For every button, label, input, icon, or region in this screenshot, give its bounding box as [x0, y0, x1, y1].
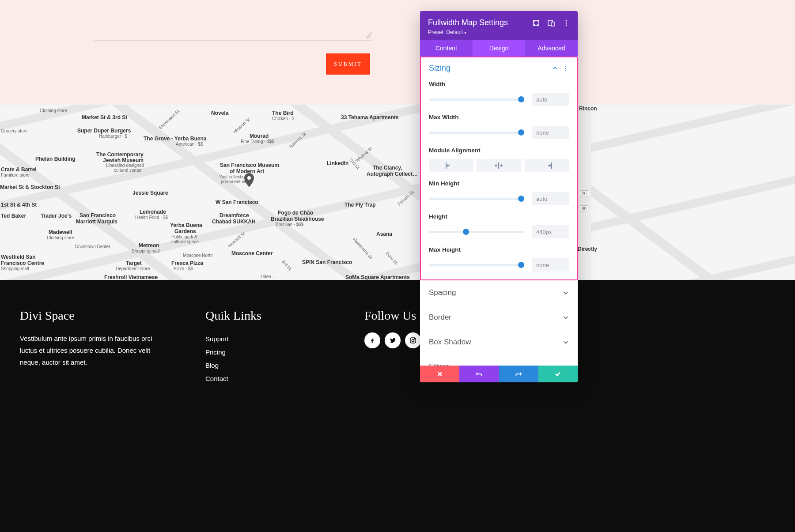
align-left-button[interactable] — [429, 159, 473, 172]
panel-header[interactable]: Fullwidth Map Settings Preset: Default — [420, 11, 578, 40]
facebook-icon[interactable] — [364, 332, 380, 348]
minheight-slider[interactable] — [429, 198, 524, 200]
align-right-button[interactable] — [525, 159, 569, 172]
slider-thumb[interactable] — [463, 229, 469, 235]
slider-thumb[interactable] — [518, 262, 524, 268]
fullwidth-map[interactable]: Clothing store Market St & 3rd St Steven… — [0, 105, 795, 280]
map-label: W San Francisco — [216, 199, 258, 205]
section-title-sizing[interactable]: Sizing — [429, 64, 450, 73]
tab-advanced[interactable]: Advanced — [525, 40, 578, 57]
chevron-up-icon[interactable] — [552, 65, 558, 72]
height-slider[interactable] — [429, 231, 524, 233]
footer-right-edge — [578, 280, 591, 532]
map-label: Market St & 3rd St — [82, 114, 127, 121]
form-band: SUBMIT — [0, 0, 795, 105]
svg-point-21 — [565, 70, 566, 71]
map-label: Pizza · $$ — [174, 266, 193, 271]
map-label: Shopping mall — [132, 249, 159, 253]
kebab-menu-icon[interactable] — [563, 19, 570, 26]
cancel-button[interactable] — [420, 366, 459, 382]
map-label: Uden… — [261, 274, 276, 279]
map-label: Clothing store — [40, 108, 67, 113]
map-label: Moscone Center — [231, 250, 273, 257]
map-label: Furniture store — [1, 173, 30, 177]
map-label: SPIN San Francisco — [302, 259, 352, 265]
minheight-value-input[interactable]: auto — [532, 192, 569, 205]
footer-link-contact[interactable]: Contact — [205, 372, 320, 385]
map-label: The Grove - Yerba Buena — [144, 136, 207, 142]
map-label: Marriott Marquis — [76, 219, 117, 225]
map-label: Westfield San — [1, 254, 35, 260]
map-label: Madewell — [49, 229, 72, 235]
chevron-down-icon — [563, 364, 569, 366]
height-value-input[interactable]: 440px — [532, 225, 569, 238]
expand-icon[interactable] — [533, 19, 540, 26]
footer-link-blog[interactable]: Blog — [205, 359, 320, 372]
maxwidth-value-input[interactable]: none — [532, 126, 569, 139]
kebab-menu-icon[interactable] — [563, 65, 569, 72]
footer-heading-links: Quik Links — [205, 309, 320, 323]
map-label: Moscone North — [183, 253, 213, 258]
svg-point-9 — [247, 176, 251, 180]
maxheight-slider[interactable] — [429, 264, 524, 266]
section-label: Spacing — [429, 288, 456, 297]
responsive-icon[interactable] — [548, 19, 555, 26]
map-label: San Francisco Museum — [220, 162, 279, 168]
twitter-icon[interactable] — [385, 332, 401, 348]
height-label: Height — [429, 213, 569, 220]
map-label: The Fly Trap — [344, 202, 376, 208]
instagram-icon[interactable] — [405, 332, 421, 348]
preset-dropdown[interactable]: Preset: Default — [428, 29, 570, 35]
maxheight-label: Max Height — [429, 246, 569, 253]
border-section[interactable]: Border — [420, 305, 578, 330]
map-label: Chicken · $ — [272, 116, 294, 121]
map-label: San Francisco — [80, 212, 116, 219]
map-label: Downtown Center — [75, 244, 110, 249]
section-label: Box Shadow — [429, 338, 471, 347]
map-right-edge: Rincon 2C 80 Directly — [578, 105, 591, 280]
svg-rect-15 — [551, 22, 554, 26]
resize-handle-icon[interactable] — [365, 34, 371, 41]
chevron-down-icon — [563, 339, 569, 345]
map-label: Dreamforce — [220, 212, 249, 219]
panel-body[interactable]: Sizing Width auto M — [420, 57, 578, 366]
map-label: Francisco Centre — [1, 260, 44, 266]
align-center-button[interactable] — [477, 159, 521, 172]
undo-button[interactable] — [459, 366, 499, 382]
svg-point-18 — [566, 24, 567, 26]
svg-point-19 — [565, 66, 566, 67]
map-label: Freshroll Vietnamese — [104, 274, 158, 280]
save-button[interactable] — [538, 366, 578, 382]
submit-button[interactable]: SUBMIT — [326, 53, 370, 75]
slider-thumb[interactable] — [518, 196, 524, 202]
map-label: Hamburger · $ — [99, 134, 127, 139]
svg-point-12 — [414, 339, 415, 339]
svg-point-11 — [412, 339, 414, 341]
map-label: Directly — [578, 246, 597, 252]
slider-thumb[interactable] — [518, 96, 524, 102]
footer-about-text: Vestibulum ante ipsum primis in faucibus… — [20, 332, 161, 368]
map-label: Metreon — [139, 242, 159, 249]
section-label: Filters — [429, 362, 449, 366]
message-textarea[interactable] — [94, 0, 372, 41]
redo-button[interactable] — [499, 366, 538, 382]
map-label: Market St & Stockton St — [0, 184, 60, 190]
slider-thumb[interactable] — [518, 129, 524, 136]
panel-tabs: Content Design Advanced — [420, 40, 578, 57]
width-value-input[interactable]: auto — [532, 93, 569, 106]
tab-design[interactable]: Design — [473, 40, 525, 57]
map-label: Fine Dining · $$$ — [241, 139, 274, 144]
map-label: 1st St & 4th St — [1, 202, 37, 208]
maxwidth-slider[interactable] — [429, 132, 524, 134]
width-slider[interactable] — [429, 98, 524, 101]
filters-section[interactable]: Filters — [420, 355, 578, 366]
spacing-section[interactable]: Spacing — [420, 280, 578, 305]
boxshadow-section[interactable]: Box Shadow — [420, 330, 578, 355]
maxheight-value-input[interactable]: none — [532, 258, 569, 272]
footer-link-pricing[interactable]: Pricing — [205, 346, 320, 359]
tab-content[interactable]: Content — [420, 40, 473, 57]
panel-footer — [420, 366, 578, 382]
map-label: Mourad — [250, 133, 269, 139]
map-label: Libeskind-designed — [106, 163, 144, 168]
footer-link-support[interactable]: Support — [205, 332, 320, 346]
